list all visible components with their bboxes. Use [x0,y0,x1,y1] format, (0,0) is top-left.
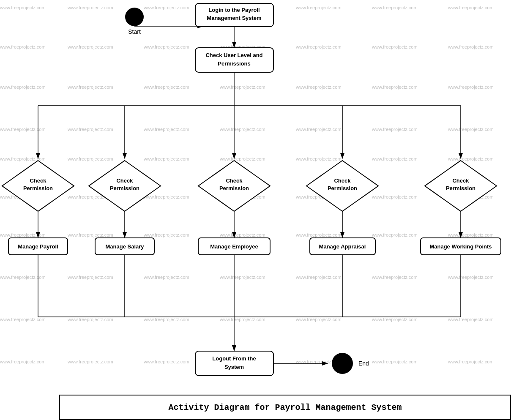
manage-appraisal-text: Manage Appraisal [319,243,366,250]
diamond-4-text-1: Check [334,177,351,184]
logout-text-1: Logout From the [212,355,256,362]
diamond-5-text-2: Permission [446,185,475,191]
login-text-1: Login to the Payroll [208,7,260,13]
check-user-text-2: Permissions [218,60,250,67]
diamond-3-text-1: Check [226,177,243,184]
diamond-2-text-2: Permission [110,185,139,191]
end-node [332,353,353,374]
diagram-container: www.freeprojectz.com www.freeprojectz.co… [0,0,511,420]
manage-employee-text: Manage Employee [210,243,258,250]
diamond-5-text-1: Check [452,177,469,184]
diamond-3-text-2: Permission [219,185,249,191]
diamond-4-text-2: Permission [328,185,357,191]
logout-box [195,351,273,376]
diagram-title: Activity Diagram for Payroll Management … [59,395,511,420]
start-node [125,8,144,26]
diamond-1-text-1: Check [30,177,46,184]
check-user-text-1: Check User Level and [205,52,262,58]
logout-text-2: System [224,364,244,370]
start-label: Start [128,28,141,35]
check-user-box [195,48,273,72]
manage-salary-text: Manage Salary [105,243,144,250]
diagram-svg: Start Login to the Payroll Management Sy… [0,0,511,420]
diamond-2-text-1: Check [116,177,133,184]
end-label: End [358,360,369,367]
manage-payroll-text: Manage Payroll [18,243,58,250]
login-text-2: Management System [207,15,261,21]
title-text: Activity Diagram for Payroll Management … [168,403,402,412]
diamond-1-text-2: Permission [23,185,53,191]
manage-working-text: Manage Working Points [429,243,492,250]
